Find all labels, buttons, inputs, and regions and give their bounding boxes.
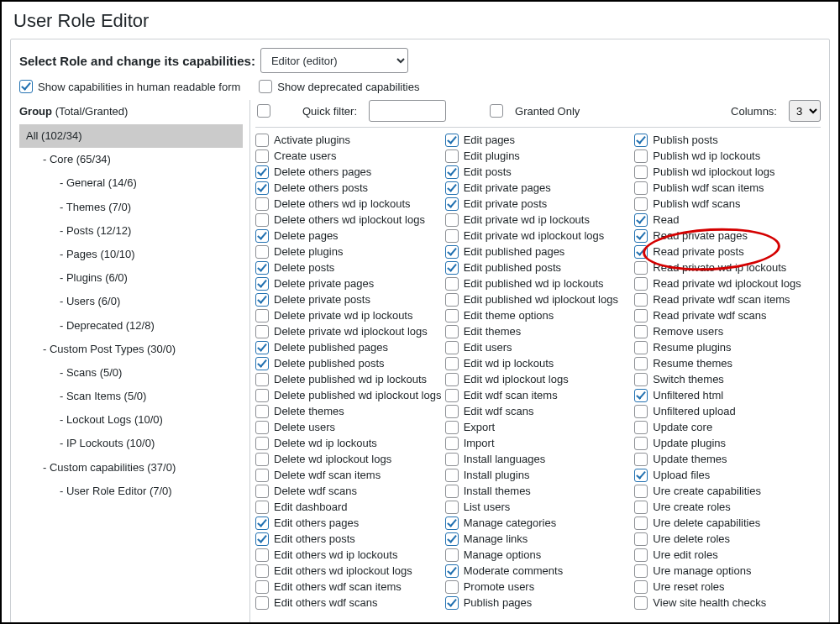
capability-label[interactable]: Delete plugins [274, 246, 343, 257]
capability-label[interactable]: Edit pages [464, 134, 515, 145]
capability-label[interactable]: Remove users [653, 326, 723, 337]
capability-checkbox[interactable] [634, 548, 648, 562]
capability-checkbox[interactable] [445, 197, 459, 211]
capability-checkbox[interactable] [445, 532, 459, 546]
capability-label[interactable]: Ure edit roles [653, 549, 717, 560]
capability-label[interactable]: Delete private posts [274, 294, 370, 305]
capability-checkbox[interactable] [255, 501, 269, 514]
group-item[interactable]: - Custom Post Types (30/0) [19, 338, 243, 361]
capability-label[interactable]: Resume themes [653, 358, 732, 369]
role-select[interactable]: Editor (editor) [260, 48, 408, 73]
capability-checkbox[interactable] [255, 149, 269, 163]
capability-label[interactable]: Delete wd ip lockouts [274, 438, 377, 448]
capability-checkbox[interactable] [634, 421, 648, 434]
show-human-readable-checkbox[interactable] [19, 80, 33, 93]
capability-checkbox[interactable] [634, 453, 648, 466]
capability-checkbox[interactable] [634, 341, 648, 354]
capability-checkbox[interactable] [445, 165, 459, 179]
capability-checkbox[interactable] [445, 373, 459, 386]
capability-label[interactable]: Switch themes [653, 374, 724, 385]
capability-checkbox[interactable] [634, 501, 648, 514]
capability-label[interactable]: Delete wd iplockout logs [274, 454, 391, 464]
capability-label[interactable]: Manage options [464, 549, 542, 560]
capability-checkbox[interactable] [255, 229, 269, 243]
capability-checkbox[interactable] [445, 405, 459, 418]
capability-checkbox[interactable] [445, 309, 459, 322]
capability-label[interactable]: Promote users [464, 581, 535, 592]
capability-label[interactable]: Edit others wd ip lockouts [274, 549, 397, 560]
capability-label[interactable]: Update core [653, 422, 712, 433]
capability-label[interactable]: Ure manage options [653, 565, 751, 576]
show-deprecated-label[interactable]: Show deprecated capabilities [277, 81, 419, 93]
capability-label[interactable]: Edit plugins [464, 150, 520, 161]
capability-label[interactable]: Upload files [653, 469, 710, 480]
capability-label[interactable]: Read private wd ip lockouts [653, 262, 786, 273]
capability-label[interactable]: Delete posts [274, 262, 334, 273]
capability-label[interactable]: Edit dashboard [274, 501, 347, 512]
capability-checkbox[interactable] [445, 580, 459, 594]
group-item[interactable]: - Users (6/0) [19, 290, 243, 313]
capability-label[interactable]: Edit posts [464, 166, 512, 177]
capability-label[interactable]: Delete published wd ip lockouts [274, 374, 427, 385]
capability-checkbox[interactable] [445, 229, 459, 243]
capability-label[interactable]: Edit others posts [274, 533, 355, 544]
capability-label[interactable]: Ure reset roles [653, 581, 724, 592]
capability-checkbox[interactable] [255, 309, 269, 322]
capability-checkbox[interactable] [634, 181, 648, 195]
capability-label[interactable]: Publish wdf scan items [653, 182, 764, 193]
capability-checkbox[interactable] [255, 165, 269, 179]
capability-label[interactable]: Read private wdf scan items [653, 294, 790, 305]
capability-checkbox[interactable] [634, 485, 648, 498]
capability-checkbox[interactable] [634, 437, 648, 450]
capability-label[interactable]: Edit wdf scan items [464, 390, 558, 401]
capability-checkbox[interactable] [445, 453, 459, 466]
capability-label[interactable]: Delete private wd ip lockouts [274, 310, 412, 321]
capability-label[interactable]: Update themes [653, 454, 727, 464]
capability-checkbox[interactable] [634, 580, 648, 594]
capability-checkbox[interactable] [255, 564, 269, 578]
capability-label[interactable]: View site health checks [653, 597, 766, 608]
capability-label[interactable]: Edit published wd ip lockouts [464, 278, 604, 289]
capability-label[interactable]: Delete private wd iplockout logs [274, 326, 428, 337]
capability-checkbox[interactable] [255, 596, 269, 610]
capability-checkbox[interactable] [634, 309, 648, 322]
capability-checkbox[interactable] [445, 548, 459, 562]
capability-checkbox[interactable] [634, 389, 648, 402]
capability-checkbox[interactable] [634, 405, 648, 418]
capability-checkbox[interactable] [634, 517, 648, 530]
capability-label[interactable]: Delete others posts [274, 182, 368, 193]
capability-label[interactable]: Edit others wdf scan items [274, 581, 402, 592]
capability-label[interactable]: Activate plugins [274, 134, 350, 145]
capability-label[interactable]: Edit theme options [464, 310, 554, 321]
capability-checkbox[interactable] [255, 517, 269, 530]
capability-label[interactable]: Edit themes [464, 326, 522, 337]
capability-label[interactable]: Install languages [464, 454, 546, 464]
show-human-readable-label[interactable]: Show capabilities in human readable form [38, 81, 240, 93]
capability-label[interactable]: Edit wd iplockout logs [464, 374, 569, 385]
capability-checkbox[interactable] [255, 341, 269, 354]
capability-checkbox[interactable] [634, 357, 648, 370]
capability-label[interactable]: Install themes [464, 485, 531, 496]
capability-label[interactable]: Export [464, 422, 496, 433]
capability-checkbox[interactable] [634, 596, 648, 610]
group-item[interactable]: - Scans (5/0) [19, 361, 243, 385]
capability-checkbox[interactable] [255, 421, 269, 434]
capability-label[interactable]: Moderate comments [464, 565, 564, 576]
capability-checkbox[interactable] [255, 469, 269, 482]
capability-label[interactable]: Edit others wd iplockout logs [274, 565, 412, 576]
capability-checkbox[interactable] [255, 245, 269, 259]
capability-label[interactable]: Manage categories [464, 517, 557, 528]
capability-label[interactable]: Edit private pages [464, 182, 551, 193]
capability-label[interactable]: Resume plugins [653, 342, 731, 353]
capability-checkbox[interactable] [634, 245, 648, 259]
capability-label[interactable]: Ure delete capabilities [653, 517, 760, 528]
capability-label[interactable]: Publish pages [464, 597, 533, 608]
capability-checkbox[interactable] [445, 437, 459, 450]
capability-checkbox[interactable] [445, 485, 459, 498]
capability-checkbox[interactable] [445, 389, 459, 402]
capability-checkbox[interactable] [255, 389, 269, 402]
capability-label[interactable]: Delete published posts [274, 358, 385, 369]
capability-label[interactable]: Delete themes [274, 406, 344, 417]
capability-checkbox[interactable] [255, 532, 269, 546]
capability-label[interactable]: Publish wdf scans [653, 198, 740, 209]
